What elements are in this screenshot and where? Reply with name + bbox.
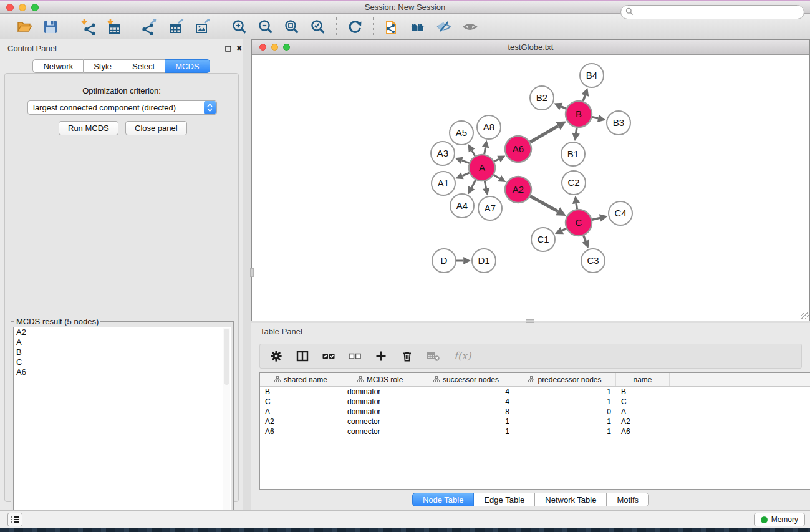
graph-node-D1[interactable]: D1: [472, 249, 496, 273]
table-cell[interactable]: B: [616, 387, 670, 396]
mcds-result-item[interactable]: B: [14, 347, 231, 357]
table-cell[interactable]: A2: [260, 417, 342, 426]
criterion-dropdown[interactable]: largest connected component (directed): [27, 100, 217, 115]
vertical-splitter-handle[interactable]: [250, 268, 254, 277]
table-cell[interactable]: 4: [418, 397, 514, 406]
close-panel-button[interactable]: Close panel: [125, 121, 187, 135]
export-table-icon[interactable]: [167, 17, 186, 36]
table-cell[interactable]: 1: [418, 417, 514, 426]
tab-select[interactable]: Select: [122, 59, 165, 73]
tab-motifs[interactable]: Motifs: [607, 493, 649, 506]
table-cell[interactable]: A2: [616, 417, 670, 426]
refresh-view-icon[interactable]: [345, 17, 364, 36]
graph-node-A1[interactable]: A1: [432, 172, 455, 195]
open-session-icon[interactable]: [15, 17, 34, 36]
table-cell[interactable]: connector: [342, 417, 418, 426]
close-panel-icon[interactable]: ✖: [235, 44, 243, 52]
zoom-in-icon[interactable]: [230, 17, 249, 36]
split-view-icon[interactable]: [296, 348, 309, 364]
settings-icon[interactable]: [270, 348, 282, 364]
tab-network[interactable]: Network: [32, 59, 84, 73]
search-input[interactable]: [637, 7, 804, 18]
graph-node-B3[interactable]: B3: [607, 111, 630, 135]
table-cell[interactable]: dominator: [342, 407, 418, 416]
graph-node-C2[interactable]: C2: [562, 171, 586, 195]
import-network-icon[interactable]: [78, 17, 97, 36]
hide-graphics-details-icon[interactable]: [435, 17, 453, 36]
graph-node-A3[interactable]: A3: [431, 142, 455, 165]
table-row[interactable]: A6connector11A6: [260, 427, 810, 437]
graph-node-B4[interactable]: B4: [580, 64, 604, 87]
node-table[interactable]: shared nameMCDS rolesuccessor nodesprede…: [259, 372, 810, 490]
table-cell[interactable]: 1: [418, 427, 514, 436]
column-header-MCDS-role[interactable]: MCDS role: [342, 373, 418, 386]
graph-node-B1[interactable]: B1: [561, 142, 585, 166]
save-session-icon[interactable]: [41, 17, 60, 36]
zoom-selected-icon[interactable]: [309, 17, 327, 36]
table-cell[interactable]: C: [260, 397, 342, 406]
table-cell[interactable]: 0: [514, 407, 616, 416]
graph-node-B2[interactable]: B2: [530, 86, 554, 110]
zoom-out-icon[interactable]: [256, 17, 275, 36]
mcds-result-list[interactable]: A2ABCA6: [13, 327, 231, 531]
mcds-result-item[interactable]: A2: [14, 327, 231, 337]
mcds-result-item[interactable]: A: [14, 337, 231, 347]
zoom-window-button[interactable]: [31, 4, 39, 11]
graph-node-A2[interactable]: A2: [505, 177, 531, 203]
network-minimize-button[interactable]: [271, 44, 278, 51]
mcds-result-item[interactable]: A6: [14, 367, 231, 377]
column-header-name[interactable]: name: [616, 373, 670, 386]
table-cell[interactable]: connector: [342, 427, 418, 436]
table-cell[interactable]: 4: [418, 387, 514, 396]
import-table-icon[interactable]: [104, 17, 123, 36]
select-all-icon[interactable]: [322, 348, 335, 364]
graph-node-A8[interactable]: A8: [477, 115, 501, 139]
table-cell[interactable]: C: [616, 397, 670, 406]
table-cell[interactable]: 8: [418, 407, 514, 416]
column-header-successor-nodes[interactable]: successor nodes: [418, 373, 514, 386]
table-cell[interactable]: 1: [514, 417, 616, 426]
home-icon[interactable]: [408, 17, 427, 36]
search-field[interactable]: [620, 5, 804, 19]
table-cell[interactable]: A: [616, 407, 670, 416]
network-zoom-button[interactable]: [283, 44, 290, 51]
graph-node-C1[interactable]: C1: [531, 228, 555, 251]
export-network-icon[interactable]: [141, 17, 160, 36]
tab-edge-table[interactable]: Edge Table: [474, 493, 535, 506]
table-row[interactable]: Cdominator41C: [260, 397, 810, 407]
tab-style[interactable]: Style: [84, 59, 122, 73]
delete-column-icon[interactable]: [401, 348, 413, 364]
graph-node-A5[interactable]: A5: [450, 121, 473, 145]
table-cell[interactable]: A: [260, 407, 342, 416]
table-cell[interactable]: A6: [616, 427, 670, 436]
add-column-icon[interactable]: [375, 348, 387, 364]
tab-mcds[interactable]: MCDS: [165, 59, 210, 73]
float-panel-icon[interactable]: [224, 44, 232, 52]
zoom-fit-content-icon[interactable]: [282, 17, 301, 36]
table-cell[interactable]: A6: [260, 427, 342, 436]
graph-node-B[interactable]: B: [566, 101, 592, 127]
graph-node-A[interactable]: A: [469, 155, 495, 181]
memory-button[interactable]: Memory: [754, 513, 805, 526]
run-mcds-button[interactable]: Run MCDS: [59, 121, 118, 135]
graph-node-A7[interactable]: A7: [478, 196, 502, 220]
table-cell[interactable]: 1: [514, 397, 616, 406]
task-history-button[interactable]: [7, 513, 22, 526]
table-cell[interactable]: B: [260, 387, 342, 396]
graph-node-A6[interactable]: A6: [505, 136, 531, 162]
show-graphics-details-icon[interactable]: [461, 17, 480, 36]
table-row[interactable]: Bdominator41B: [260, 387, 810, 397]
table-cell[interactable]: 1: [514, 427, 616, 436]
graph-node-C4[interactable]: C4: [609, 201, 632, 225]
mcds-result-item[interactable]: C: [14, 357, 231, 367]
result-scrollbar[interactable]: [223, 328, 230, 531]
graph-node-D[interactable]: D: [432, 249, 456, 273]
new-network-icon[interactable]: [382, 17, 401, 36]
table-row[interactable]: A2connector11A2: [260, 417, 810, 427]
graph-node-C[interactable]: C: [566, 210, 592, 236]
deselect-all-icon[interactable]: [349, 348, 361, 364]
graph-node-A4[interactable]: A4: [450, 194, 474, 218]
table-row[interactable]: Adominator80A: [260, 407, 810, 417]
column-header-predecessor-nodes[interactable]: predecessor nodes: [514, 373, 616, 386]
table-cell[interactable]: dominator: [342, 387, 418, 396]
